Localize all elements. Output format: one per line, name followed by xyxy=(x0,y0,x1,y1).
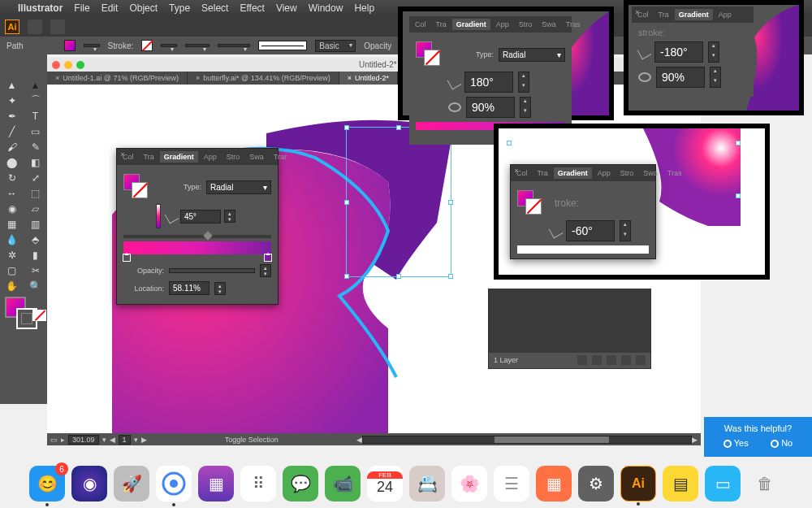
dock-app-grid[interactable]: ⠿ xyxy=(240,466,276,501)
perspective-tool[interactable]: ▱ xyxy=(24,201,47,216)
dock-launchpad[interactable]: 🚀 xyxy=(114,466,149,501)
angle-input[interactable]: -60° xyxy=(566,220,615,241)
scale-tool[interactable]: ⤢ xyxy=(24,170,47,185)
gradient-fill-preview[interactable] xyxy=(123,174,149,200)
artboard-next-icon[interactable]: ▶ xyxy=(141,436,147,444)
window-close-icon[interactable] xyxy=(52,61,60,69)
magic-wand-tool[interactable]: ✦ xyxy=(0,93,24,108)
rotate-tool[interactable]: ↻ xyxy=(0,170,24,185)
dock-notes[interactable]: ☰ xyxy=(494,466,529,501)
opacity-stepper[interactable]: ▴▾ xyxy=(260,264,271,277)
brush-definition[interactable]: Basic xyxy=(315,40,356,52)
gradient-opacity-input[interactable] xyxy=(169,268,255,273)
gradient-tool[interactable]: ▥ xyxy=(24,216,47,232)
delete-layer-icon[interactable] xyxy=(636,355,646,365)
dock-facetime[interactable]: 📹 xyxy=(325,466,361,501)
blend-tool[interactable]: ⬘ xyxy=(24,232,47,247)
new-layer-icon[interactable] xyxy=(621,355,631,365)
type-dropdown[interactable]: Radial▾ xyxy=(499,48,565,62)
feedback-yes[interactable]: Yes xyxy=(723,438,749,448)
tab-butterfly[interactable]: ×butterfly.ai* @ 134.41% (RGB/Preview) xyxy=(188,72,339,85)
layers-panel[interactable]: 1 Layer xyxy=(488,289,651,369)
make-clipping-mask-icon[interactable] xyxy=(592,355,602,365)
gradient-panel-main[interactable]: × Col Tra Gradient App Stro Swa Trar Typ… xyxy=(116,148,279,305)
tab-untitled2[interactable]: ×Untitled-2* xyxy=(339,72,398,85)
resize-handle-n[interactable] xyxy=(396,125,401,130)
lasso-tool[interactable]: ⌒ xyxy=(24,93,47,108)
tab-transform[interactable]: Trar xyxy=(270,151,291,163)
close-icon[interactable]: × xyxy=(348,74,352,82)
dock-settings[interactable]: ⚙ xyxy=(578,466,614,501)
selection-tool[interactable]: ▲ xyxy=(0,77,24,93)
resize-handle-se[interactable] xyxy=(448,274,453,279)
resize-handle-e[interactable] xyxy=(448,200,453,205)
view-mode-icon[interactable]: ▭ xyxy=(50,436,58,444)
artboard-tool[interactable]: ▢ xyxy=(0,263,24,278)
tab-stroke[interactable]: Stro xyxy=(222,151,244,163)
menu-file[interactable]: File xyxy=(74,2,89,14)
resize-handle-w[interactable] xyxy=(344,200,349,205)
scroll-thumb[interactable] xyxy=(495,436,609,443)
dock-stickies[interactable]: ▤ xyxy=(663,466,698,501)
dock-siri[interactable]: ◉ xyxy=(71,466,107,501)
gradient-stop-right[interactable] xyxy=(264,254,272,262)
gradient-midpoint-slider[interactable] xyxy=(123,235,271,238)
tab-gradient[interactable]: Gradient xyxy=(452,19,490,30)
location-stepper[interactable]: ▴▾ xyxy=(214,282,226,295)
dock-calendar[interactable]: FEB24 xyxy=(367,466,403,501)
gpu-icon[interactable]: ▸ xyxy=(61,436,65,444)
artboard-number[interactable]: 1 xyxy=(119,435,131,445)
line-tool[interactable]: ╱ xyxy=(0,124,24,139)
eyedropper-tool[interactable]: 💧 xyxy=(0,232,24,247)
angle-input[interactable]: 180° xyxy=(464,72,513,93)
menu-type[interactable]: Type xyxy=(169,2,190,14)
tab-swatches[interactable]: Swa xyxy=(245,151,268,163)
dock-illustrator[interactable]: Ai xyxy=(620,466,656,501)
blob-brush-tool[interactable]: ⬤ xyxy=(0,154,24,170)
free-transform-tool[interactable]: ⬚ xyxy=(24,185,47,201)
tab-transparency[interactable]: Tra xyxy=(140,151,158,163)
hand-tool[interactable]: ✋ xyxy=(0,278,24,293)
angle-stepper[interactable]: ▴▾ xyxy=(224,210,235,223)
fill-dropdown[interactable] xyxy=(84,44,100,47)
type-tool[interactable]: T xyxy=(24,108,47,124)
dock-trash[interactable]: 🗑 xyxy=(747,466,783,501)
close-icon[interactable]: × xyxy=(512,167,520,175)
dock-finder[interactable]: 😊6 xyxy=(29,466,65,501)
gradient-angle-input[interactable]: 45° xyxy=(180,210,221,224)
pencil-tool[interactable]: ✎ xyxy=(24,139,47,154)
arrange-icon[interactable] xyxy=(50,20,65,34)
direct-selection-tool[interactable]: ▲ xyxy=(24,77,47,93)
new-sublayer-icon[interactable] xyxy=(607,355,616,365)
tab-untitled1[interactable]: ×Untitled-1.ai @ 71% (RGB/Preview) xyxy=(47,72,188,85)
app-name[interactable]: Illustrator xyxy=(18,2,63,14)
zoom-tool[interactable]: 🔍 xyxy=(24,278,47,293)
mesh-tool[interactable]: ▦ xyxy=(0,216,24,232)
menu-edit[interactable]: Edit xyxy=(102,2,119,14)
close-icon[interactable]: × xyxy=(119,150,127,158)
feedback-no[interactable]: No xyxy=(771,438,793,448)
dock-contacts[interactable]: 📇 xyxy=(409,466,445,501)
resize-handle-nw[interactable] xyxy=(344,125,349,130)
stroke-width-profile[interactable] xyxy=(218,44,250,47)
resize-handle-sw[interactable] xyxy=(344,274,349,279)
zoom-dropdown-icon[interactable]: ▾ xyxy=(102,436,106,444)
scroll-right-icon[interactable]: ▶ xyxy=(692,436,698,444)
tab-gradient[interactable]: Gradient xyxy=(160,151,198,163)
eraser-tool[interactable]: ◧ xyxy=(24,154,47,170)
gradient-ramp[interactable] xyxy=(123,241,271,254)
artboard-dropdown-icon[interactable]: ▾ xyxy=(134,436,138,444)
dock-messages[interactable]: 💬 xyxy=(283,466,318,501)
dock-app-purple[interactable]: ▦ xyxy=(198,466,234,501)
graph-tool[interactable]: ▮ xyxy=(24,247,47,263)
close-icon[interactable]: × xyxy=(633,8,641,16)
menu-effect[interactable]: Effect xyxy=(240,2,264,14)
close-icon[interactable]: × xyxy=(55,74,59,82)
menu-select[interactable]: Select xyxy=(201,2,228,14)
dock-chrome[interactable] xyxy=(156,466,192,501)
aspect-ratio-input[interactable]: 90% xyxy=(656,67,705,88)
zoom-level[interactable]: 301.09 xyxy=(68,435,99,445)
symbol-sprayer-tool[interactable]: ✲ xyxy=(0,247,24,263)
width-tool[interactable]: ↔ xyxy=(0,185,24,201)
rectangle-tool[interactable]: ▭ xyxy=(24,124,47,139)
